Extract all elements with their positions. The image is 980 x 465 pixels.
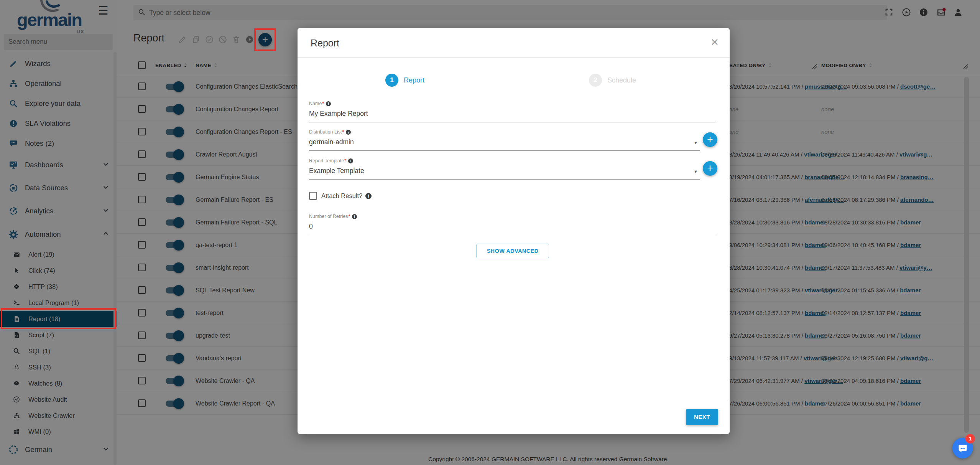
show-advanced-button[interactable]: SHOW ADVANCED: [476, 244, 549, 258]
name-field: Name: [309, 101, 715, 122]
add-distribution-list-button[interactable]: [703, 132, 717, 147]
retries-input[interactable]: [309, 223, 715, 231]
required-asterisk: [322, 101, 324, 106]
attach-result-field: Attach Result?: [309, 192, 372, 200]
distribution-list-field: Distribution List germain-admin: [309, 129, 700, 151]
dropdown-caret-icon: [694, 169, 698, 174]
info-icon[interactable]: [365, 193, 372, 199]
step-label: Report: [404, 76, 424, 84]
required-asterisk: [348, 214, 350, 219]
info-icon[interactable]: [352, 214, 357, 219]
chat-notification-badge: 1: [965, 434, 975, 444]
add-report-template-button[interactable]: [703, 161, 717, 176]
required-asterisk: [344, 158, 347, 163]
report-template-select[interactable]: Example Template: [309, 167, 700, 180]
dropdown-caret-icon: [694, 140, 698, 145]
step-label: Schedule: [607, 76, 636, 84]
close-icon[interactable]: [710, 36, 719, 48]
distribution-list-select[interactable]: germain-admin: [309, 138, 700, 151]
step-number: 2: [589, 74, 602, 87]
dialog-title: Report: [311, 38, 339, 49]
info-icon[interactable]: [346, 130, 351, 135]
highlight-box-report-menu: [1, 308, 116, 329]
number-of-retries-field: Number of Retries: [309, 214, 715, 235]
name-input[interactable]: [309, 110, 715, 118]
chat-smile-icon: [957, 443, 968, 453]
report-template-field: Report Template Example Template: [309, 158, 700, 180]
dialog-header: Report: [298, 28, 730, 58]
required-asterisk: [342, 129, 344, 135]
attach-result-checkbox[interactable]: [309, 192, 317, 200]
info-icon[interactable]: [326, 101, 331, 106]
step-schedule[interactable]: 2 Schedule: [589, 74, 636, 87]
highlight-box-add-button: [254, 28, 276, 51]
step-report[interactable]: 1 Report: [385, 74, 424, 87]
next-button[interactable]: NEXT: [686, 409, 718, 425]
report-dialog: Report 1 Report 2 Schedule Name Distribu…: [298, 28, 730, 434]
step-number: 1: [385, 74, 398, 87]
info-icon[interactable]: [348, 158, 353, 163]
